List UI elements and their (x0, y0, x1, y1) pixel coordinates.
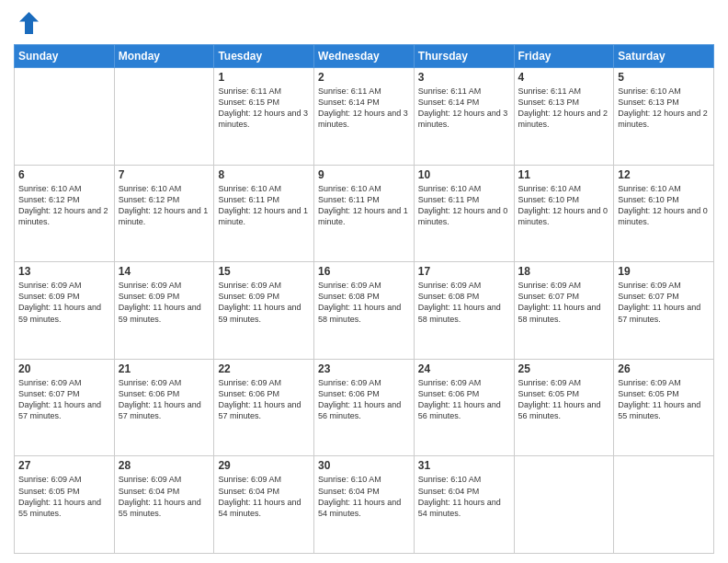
day-number: 13 (18, 265, 110, 278)
calendar-week-2: 6Sunrise: 6:10 AM Sunset: 6:12 PM Daylig… (15, 165, 714, 262)
calendar-cell: 24Sunrise: 6:09 AM Sunset: 6:06 PM Dayli… (414, 359, 514, 456)
day-info: Sunrise: 6:11 AM Sunset: 6:15 PM Dayligh… (218, 86, 310, 131)
calendar-cell: 12Sunrise: 6:10 AM Sunset: 6:10 PM Dayli… (614, 165, 714, 262)
day-number: 24 (418, 362, 510, 375)
day-number: 22 (218, 362, 310, 375)
weekday-header-saturday: Saturday (614, 45, 714, 68)
day-info: Sunrise: 6:09 AM Sunset: 6:04 PM Dayligh… (119, 474, 210, 519)
calendar-cell: 3Sunrise: 6:11 AM Sunset: 6:14 PM Daylig… (414, 68, 514, 166)
weekday-header-monday: Monday (114, 45, 214, 68)
calendar-cell: 23Sunrise: 6:09 AM Sunset: 6:06 PM Dayli… (314, 359, 415, 456)
calendar-week-3: 13Sunrise: 6:09 AM Sunset: 6:09 PM Dayli… (15, 262, 714, 360)
day-info: Sunrise: 6:09 AM Sunset: 6:05 PM Dayligh… (18, 474, 110, 519)
calendar-table: SundayMondayTuesdayWednesdayThursdayFrid… (14, 44, 714, 554)
header (14, 9, 714, 37)
calendar-week-1: 1Sunrise: 6:11 AM Sunset: 6:15 PM Daylig… (15, 68, 714, 166)
day-number: 16 (318, 265, 410, 278)
day-info: Sunrise: 6:09 AM Sunset: 6:04 PM Dayligh… (218, 474, 310, 519)
weekday-header-thursday: Thursday (414, 45, 514, 68)
day-number: 4 (518, 71, 610, 84)
day-info: Sunrise: 6:10 AM Sunset: 6:11 PM Dayligh… (418, 183, 510, 228)
calendar-cell: 29Sunrise: 6:09 AM Sunset: 6:04 PM Dayli… (214, 456, 314, 554)
day-number: 28 (119, 459, 210, 472)
calendar-cell: 10Sunrise: 6:10 AM Sunset: 6:11 PM Dayli… (414, 165, 514, 262)
calendar-cell: 1Sunrise: 6:11 AM Sunset: 6:15 PM Daylig… (214, 68, 314, 166)
day-info: Sunrise: 6:09 AM Sunset: 6:06 PM Dayligh… (318, 377, 410, 422)
day-number: 5 (618, 71, 710, 84)
day-number: 25 (518, 362, 610, 375)
calendar-cell: 4Sunrise: 6:11 AM Sunset: 6:13 PM Daylig… (514, 68, 614, 166)
calendar-cell: 25Sunrise: 6:09 AM Sunset: 6:05 PM Dayli… (514, 359, 614, 456)
calendar-cell: 31Sunrise: 6:10 AM Sunset: 6:04 PM Dayli… (414, 456, 514, 554)
calendar-cell: 2Sunrise: 6:11 AM Sunset: 6:14 PM Daylig… (314, 68, 415, 166)
day-number: 23 (318, 362, 410, 375)
weekday-header-sunday: Sunday (15, 45, 115, 68)
svg-marker-0 (19, 12, 39, 34)
day-number: 21 (119, 362, 210, 375)
day-info: Sunrise: 6:09 AM Sunset: 6:08 PM Dayligh… (318, 280, 410, 325)
day-number: 8 (218, 168, 310, 181)
weekday-header-friday: Friday (514, 45, 614, 68)
calendar-cell: 6Sunrise: 6:10 AM Sunset: 6:12 PM Daylig… (15, 165, 115, 262)
logo (14, 9, 45, 37)
day-info: Sunrise: 6:11 AM Sunset: 6:13 PM Dayligh… (518, 86, 610, 131)
day-number: 9 (318, 168, 410, 181)
day-info: Sunrise: 6:10 AM Sunset: 6:12 PM Dayligh… (18, 183, 110, 228)
logo-icon (14, 9, 41, 37)
day-info: Sunrise: 6:09 AM Sunset: 6:05 PM Dayligh… (518, 377, 610, 422)
day-info: Sunrise: 6:10 AM Sunset: 6:12 PM Dayligh… (119, 183, 210, 228)
calendar-week-4: 20Sunrise: 6:09 AM Sunset: 6:07 PM Dayli… (15, 359, 714, 456)
weekday-header-row: SundayMondayTuesdayWednesdayThursdayFrid… (15, 45, 714, 68)
calendar-cell: 15Sunrise: 6:09 AM Sunset: 6:09 PM Dayli… (214, 262, 314, 360)
calendar-cell: 7Sunrise: 6:10 AM Sunset: 6:12 PM Daylig… (114, 165, 214, 262)
day-number: 26 (618, 362, 710, 375)
calendar-cell: 28Sunrise: 6:09 AM Sunset: 6:04 PM Dayli… (114, 456, 214, 554)
day-info: Sunrise: 6:10 AM Sunset: 6:11 PM Dayligh… (318, 183, 410, 228)
calendar-cell: 8Sunrise: 6:10 AM Sunset: 6:11 PM Daylig… (214, 165, 314, 262)
day-info: Sunrise: 6:09 AM Sunset: 6:06 PM Dayligh… (119, 377, 210, 422)
day-info: Sunrise: 6:11 AM Sunset: 6:14 PM Dayligh… (318, 86, 410, 131)
day-number: 29 (218, 459, 310, 472)
day-info: Sunrise: 6:10 AM Sunset: 6:13 PM Dayligh… (618, 86, 710, 131)
day-info: Sunrise: 6:09 AM Sunset: 6:08 PM Dayligh… (418, 280, 510, 325)
day-info: Sunrise: 6:09 AM Sunset: 6:06 PM Dayligh… (418, 377, 510, 422)
calendar-cell (514, 456, 614, 554)
calendar-cell: 17Sunrise: 6:09 AM Sunset: 6:08 PM Dayli… (414, 262, 514, 360)
calendar-cell: 18Sunrise: 6:09 AM Sunset: 6:07 PM Dayli… (514, 262, 614, 360)
day-number: 3 (418, 71, 510, 84)
day-info: Sunrise: 6:10 AM Sunset: 6:11 PM Dayligh… (218, 183, 310, 228)
calendar-body: 1Sunrise: 6:11 AM Sunset: 6:15 PM Daylig… (15, 68, 714, 554)
day-number: 2 (318, 71, 410, 84)
calendar-cell: 30Sunrise: 6:10 AM Sunset: 6:04 PM Dayli… (314, 456, 415, 554)
day-number: 12 (618, 168, 710, 181)
day-number: 14 (119, 265, 210, 278)
calendar-cell (614, 456, 714, 554)
day-number: 6 (18, 168, 110, 181)
calendar-cell: 21Sunrise: 6:09 AM Sunset: 6:06 PM Dayli… (114, 359, 214, 456)
calendar-cell: 9Sunrise: 6:10 AM Sunset: 6:11 PM Daylig… (314, 165, 415, 262)
calendar-cell: 16Sunrise: 6:09 AM Sunset: 6:08 PM Dayli… (314, 262, 415, 360)
day-number: 17 (418, 265, 510, 278)
calendar-cell: 13Sunrise: 6:09 AM Sunset: 6:09 PM Dayli… (15, 262, 115, 360)
day-info: Sunrise: 6:09 AM Sunset: 6:07 PM Dayligh… (518, 280, 610, 325)
weekday-header-tuesday: Tuesday (214, 45, 314, 68)
calendar-cell: 11Sunrise: 6:10 AM Sunset: 6:10 PM Dayli… (514, 165, 614, 262)
day-info: Sunrise: 6:09 AM Sunset: 6:05 PM Dayligh… (618, 377, 710, 422)
day-number: 18 (518, 265, 610, 278)
day-info: Sunrise: 6:09 AM Sunset: 6:07 PM Dayligh… (18, 377, 110, 422)
calendar-header: SundayMondayTuesdayWednesdayThursdayFrid… (15, 45, 714, 68)
day-info: Sunrise: 6:10 AM Sunset: 6:04 PM Dayligh… (318, 474, 410, 519)
day-number: 30 (318, 459, 410, 472)
day-info: Sunrise: 6:09 AM Sunset: 6:09 PM Dayligh… (119, 280, 210, 325)
calendar-week-5: 27Sunrise: 6:09 AM Sunset: 6:05 PM Dayli… (15, 456, 714, 554)
day-number: 1 (218, 71, 310, 84)
calendar-cell (114, 68, 214, 166)
day-number: 11 (518, 168, 610, 181)
day-info: Sunrise: 6:09 AM Sunset: 6:06 PM Dayligh… (218, 377, 310, 422)
day-info: Sunrise: 6:09 AM Sunset: 6:07 PM Dayligh… (618, 280, 710, 325)
calendar-cell: 19Sunrise: 6:09 AM Sunset: 6:07 PM Dayli… (614, 262, 714, 360)
weekday-header-wednesday: Wednesday (314, 45, 415, 68)
day-info: Sunrise: 6:10 AM Sunset: 6:10 PM Dayligh… (618, 183, 710, 228)
calendar-cell: 22Sunrise: 6:09 AM Sunset: 6:06 PM Dayli… (214, 359, 314, 456)
calendar-cell: 20Sunrise: 6:09 AM Sunset: 6:07 PM Dayli… (15, 359, 115, 456)
